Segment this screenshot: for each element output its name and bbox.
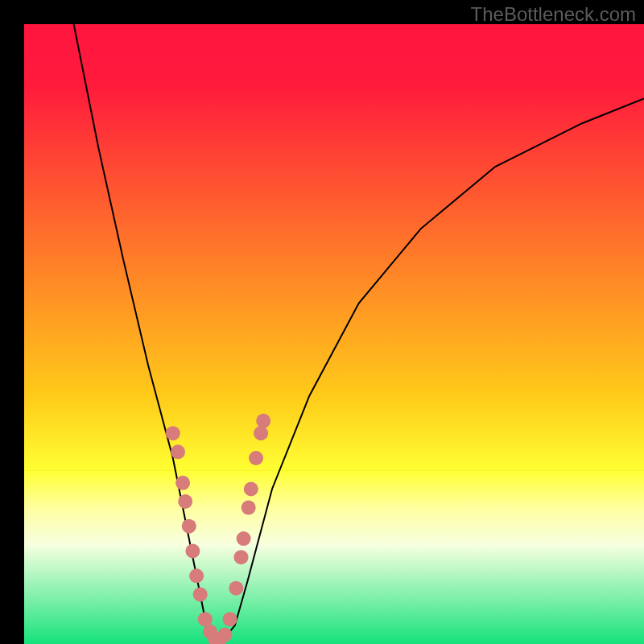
chart-svg (0, 0, 644, 644)
highlight-dot (242, 501, 256, 515)
highlight-dot (237, 531, 251, 546)
highlight-dot (223, 612, 237, 626)
highlight-dot (244, 482, 258, 497)
highlight-dot (166, 426, 180, 440)
gradient-band (24, 545, 644, 644)
highlight-dot (189, 568, 204, 583)
highlight-dot (185, 544, 200, 559)
gradient-band (24, 396, 644, 471)
gradient-band (24, 508, 644, 546)
highlight-dot (193, 587, 208, 601)
chart-container: TheBottleneck.com (0, 0, 644, 644)
highlight-dot (249, 451, 263, 465)
highlight-dot (175, 476, 190, 490)
highlight-dot (234, 550, 249, 564)
highlight-dot (256, 414, 270, 428)
gradient-band (24, 24, 644, 87)
highlight-dot (254, 426, 268, 440)
highlight-dot (218, 628, 233, 642)
highlight-dot (182, 519, 196, 534)
highlight-dot (171, 444, 185, 459)
highlight-dot (198, 612, 213, 626)
highlight-dot (229, 581, 243, 596)
gradient-band (24, 470, 644, 508)
watermark-text: TheBottleneck.com (471, 3, 636, 26)
highlight-dot (178, 494, 192, 509)
